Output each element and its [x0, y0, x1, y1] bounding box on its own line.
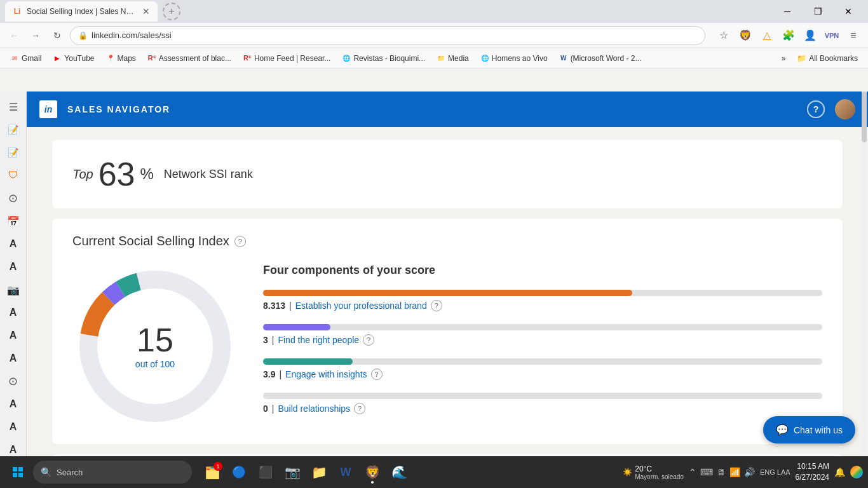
component-engage: 3.9 | Engage with insights ? [263, 358, 822, 380]
sidebar-icon-calendar[interactable]: 📅 [3, 211, 24, 231]
bookmark-word[interactable]: W (Microsoft Word - 2... [554, 51, 647, 66]
profile-button[interactable]: 👤 [801, 26, 820, 45]
taskbar-app-word[interactable]: W [333, 459, 358, 485]
taskbar-app-camera[interactable]: 📷 [280, 459, 305, 485]
taskbar-app-store[interactable]: 🗂️ 1 [200, 459, 225, 485]
up-arrow-icon[interactable]: ⌃ [689, 467, 696, 477]
taskbar-app-terminal[interactable]: ⬛ [253, 459, 278, 485]
new-tab-button[interactable]: + [163, 3, 180, 20]
word-taskbar-icon: W [341, 466, 351, 479]
word-icon: W [559, 54, 568, 63]
bookmark-youtube[interactable]: ▶ YouTube [48, 51, 99, 66]
sidebar-icon-3[interactable]: 📝 [3, 142, 24, 163]
bookmark-revistas[interactable]: 🌐 Revistas - Bioquimi... [337, 51, 430, 66]
build-help-icon[interactable]: ? [354, 403, 365, 414]
bookmark-revistas-label: Revistas - Bioquimi... [353, 54, 425, 63]
win-sq-1 [13, 467, 17, 471]
start-button[interactable] [5, 459, 31, 485]
sidebar-icon-a6[interactable]: A [3, 394, 24, 414]
monitor-icon[interactable]: 🖥 [717, 467, 726, 477]
sidebar-icon-github[interactable]: ⊙ [3, 188, 24, 208]
bookmark-gmail[interactable]: ✉ Gmail [5, 51, 46, 66]
sidebar-icon-a5[interactable]: A [3, 348, 24, 369]
find-name[interactable]: Find the right people [278, 335, 359, 345]
taskbar-app-edge[interactable]: 🌊 [386, 459, 412, 485]
taskbar-search[interactable]: 🔍 Search [33, 461, 192, 484]
sidebar-icon-github2[interactable]: ⊙ [3, 371, 24, 391]
help-button[interactable]: ? [807, 100, 825, 118]
clock-date: 6/27/2024 [796, 472, 829, 483]
bookmarks-bar: ✉ Gmail ▶ YouTube 📍 Maps Rᶜ Assessment o… [0, 48, 868, 69]
weather-widget[interactable]: ☀️ 20°C Mayorm. soleado [623, 464, 684, 480]
maximize-button[interactable]: ❐ [803, 1, 832, 22]
minimize-button[interactable]: ─ [773, 1, 802, 22]
color-profile-icon[interactable] [850, 466, 863, 478]
url-input[interactable]: 🔒 linkedin.com/sales/ssi [70, 26, 705, 45]
bookmark-maps[interactable]: 📍 Maps [101, 51, 141, 66]
browser-sidebar: ☰ 📝 📝 🛡 ⊙ 📅 A A 📷 A A A ⊙ A A A + [0, 92, 27, 488]
sidebar-icon-1[interactable]: ☰ [3, 97, 24, 117]
tab-title: Social Selling Index | Sales Navigator -… [27, 7, 137, 16]
sidebar-icon-2[interactable]: 📝 [3, 119, 24, 140]
win-sq-2 [18, 467, 23, 471]
engage-name[interactable]: Engage with insights [285, 369, 367, 379]
bookmark-assessment-label: Assessment of blac... [159, 54, 231, 63]
sidebar-icon-a7[interactable]: A [3, 417, 24, 437]
taskbar-app-explorer[interactable]: 📁 [306, 459, 332, 485]
back-button[interactable]: ← [5, 27, 23, 44]
sidebar-icon-a2[interactable]: A [3, 257, 24, 277]
tab-close-button[interactable]: ✕ [142, 6, 150, 17]
sidebar-icon-a4[interactable]: A [3, 325, 24, 346]
brand-progress-fill [263, 290, 632, 296]
taskbar-app-brave[interactable]: 🦁 [360, 459, 385, 485]
brave-shield-button[interactable]: 🦁 [736, 26, 755, 45]
user-avatar[interactable] [835, 99, 855, 119]
extensions-button[interactable]: 🧩 [779, 26, 798, 45]
sidebar-icon-a1[interactable]: A [3, 234, 24, 254]
brand-help-icon[interactable]: ? [431, 300, 442, 311]
scrollbar-thumb[interactable] [862, 92, 867, 142]
vpn-button[interactable]: VPN [822, 26, 841, 45]
youtube-icon: ▶ [53, 54, 62, 63]
bookmarks-folder[interactable]: 📁 All Bookmarks [792, 51, 863, 66]
sidebar-icon-shield[interactable]: 🛡 [3, 165, 24, 186]
brand-name[interactable]: Establish your professional brand [295, 301, 427, 311]
find-help-icon[interactable]: ? [363, 334, 374, 346]
bookmarks-more-button[interactable]: » [776, 51, 791, 66]
windows-logo [13, 467, 23, 477]
bookmark-homens[interactable]: 🌐 Homens ao Vivo [475, 51, 553, 66]
bookmark-button[interactable]: ☆ [714, 26, 733, 45]
bookmark-assessment[interactable]: Rᶜ Assessment of blac... [142, 51, 236, 66]
keyboard-icon[interactable]: ⌨ [700, 467, 713, 477]
sidebar-icon-a3[interactable]: A [3, 302, 24, 323]
taskbar-app-search[interactable]: 🔵 [226, 459, 252, 485]
forward-button[interactable]: → [27, 27, 44, 44]
build-score: 0 [263, 403, 268, 414]
notification-icon[interactable]: 🔔 [834, 467, 845, 477]
engage-help-icon[interactable]: ? [371, 369, 383, 380]
refresh-button[interactable]: ↻ [48, 27, 66, 44]
menu-button[interactable]: ≡ [844, 26, 863, 45]
bookmarks-folder-icon: 📁 [797, 54, 806, 63]
sn-header: in SALES NAVIGATOR ? [27, 92, 868, 127]
chat-button[interactable]: 💬 Chat with us [763, 416, 855, 444]
app-notification-badge: 1 [214, 462, 222, 471]
bookmark-media[interactable]: 📁 Media [431, 51, 474, 66]
url-text: linkedin.com/sales/ssi [92, 30, 697, 40]
engage-score: 3.9 [263, 369, 275, 379]
wifi-icon[interactable]: 📶 [729, 467, 740, 477]
volume-icon[interactable]: 🔊 [744, 467, 755, 477]
build-name[interactable]: Build relationships [278, 403, 350, 414]
address-actions: ☆ 🦁 △ 🧩 👤 VPN ≡ [714, 26, 863, 45]
active-tab[interactable]: Li Social Selling Index | Sales Navigato… [5, 1, 158, 22]
donut-score: 15 [135, 323, 175, 356]
sidebar-icon-red[interactable]: 📷 [3, 280, 24, 300]
taskbar: 🔍 Search 🗂️ 1 🔵 ⬛ 📷 📁 W 🦁 🌊 ☀️ [0, 456, 868, 488]
system-clock[interactable]: 10:15 AM 6/27/2024 [796, 461, 829, 483]
brave-rewards-button[interactable]: △ [757, 26, 776, 45]
engage-separator: | [279, 369, 281, 379]
bookmark-homefeed[interactable]: Rᶜ Home Feed | Resear... [238, 51, 336, 66]
close-button[interactable]: ✕ [834, 1, 863, 22]
ssi-help-icon[interactable]: ? [234, 236, 246, 247]
donut-chart: 15 out of 100 [72, 264, 238, 429]
